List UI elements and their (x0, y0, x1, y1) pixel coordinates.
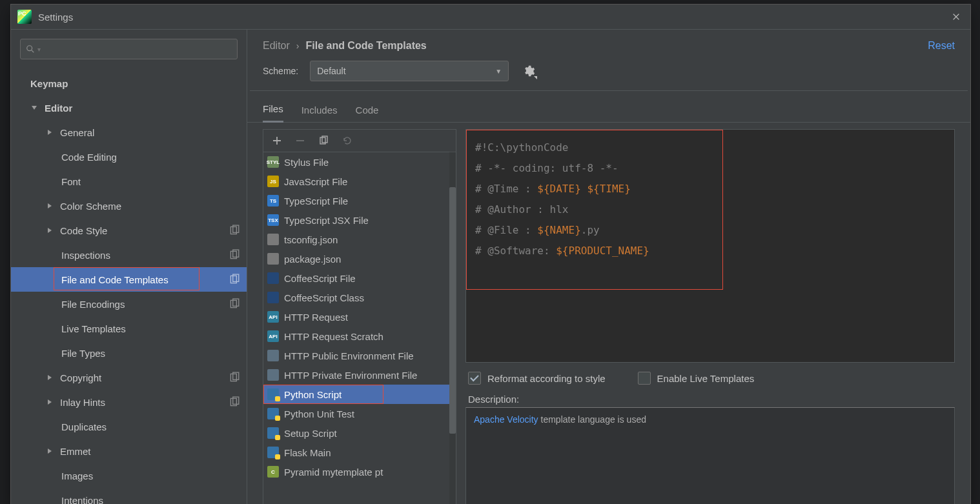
template-item-package-json[interactable]: package.json (263, 249, 456, 268)
sidebar-item-label: Live Templates (61, 323, 126, 334)
gear-icon[interactable] (522, 64, 536, 78)
search-input[interactable]: ▾ (20, 39, 238, 59)
sidebar-item-label: Editor (45, 103, 72, 114)
sidebar-item-label: Emmet (60, 446, 91, 457)
template-item-label: HTTP Private Environment File (284, 370, 417, 381)
add-button[interactable] (270, 134, 284, 148)
template-item-coffeescript-file[interactable]: CoffeeScript File (263, 268, 456, 288)
file-type-py-icon (267, 408, 279, 419)
template-item-label: Pyramid mytemplate pt (284, 467, 383, 478)
sidebar-item-images[interactable]: Images (11, 463, 247, 488)
sidebar-item-label: File and Code Templates (61, 274, 168, 285)
chevron-right-icon (45, 397, 55, 407)
tab-includes[interactable]: Includes (301, 105, 338, 122)
file-type-http-icon (267, 369, 279, 381)
sidebar-item-inspections[interactable]: Inspections (11, 243, 247, 267)
sidebar-item-file-encodings[interactable]: File Encodings (11, 292, 247, 316)
sidebar-item-copyright[interactable]: Copyright (11, 365, 247, 390)
template-item-label: Python Unit Test (284, 408, 354, 419)
template-item-http-request-scratch[interactable]: APIHTTP Request Scratch (263, 327, 456, 346)
template-item-label: Setup Script (284, 428, 337, 439)
template-item-http-request[interactable]: APIHTTP Request (263, 307, 456, 327)
sidebar-item-file-types[interactable]: File Types (11, 341, 247, 365)
sidebar-item-general[interactable]: General (11, 120, 247, 145)
sidebar-item-inlay-hints[interactable]: Inlay Hints (11, 390, 247, 414)
remove-button[interactable] (293, 134, 307, 148)
file-type-js-icon: JS (267, 176, 279, 187)
template-item-http-public-environment-file[interactable]: HTTP Public Environment File (263, 346, 456, 365)
template-item-label: tsconfig.json (284, 234, 338, 245)
sidebar-item-label: File Encodings (61, 299, 125, 310)
template-item-stylus-file[interactable]: STYLStylus File (263, 152, 456, 172)
template-item-label: HTTP Request (284, 312, 348, 323)
template-editor[interactable]: #!C:\pythonCode # -*- coding: utf-8 -*- … (465, 129, 955, 363)
file-type-py-icon (267, 427, 279, 439)
template-item-label: Stylus File (284, 157, 329, 168)
template-item-javascript-file[interactable]: JSJavaScript File (263, 172, 456, 191)
settings-tree[interactable]: KeymapEditorGeneralCode EditingFontColor… (11, 66, 247, 504)
scheme-value: Default (317, 66, 345, 76)
sidebar-item-label: Keymap (30, 78, 68, 89)
tab-code[interactable]: Code (356, 105, 379, 122)
reformat-checkbox[interactable]: Reformat according to style (468, 372, 606, 385)
chevron-right-icon (45, 446, 55, 456)
sidebar-item-label: Intentions (61, 495, 103, 505)
template-item-coffeescript-class[interactable]: CoffeeScript Class (263, 288, 456, 307)
svg-point-0 (27, 46, 32, 51)
sidebar-item-emmet[interactable]: Emmet (11, 439, 247, 463)
chevron-right-icon (45, 127, 55, 137)
template-item-label: CoffeeScript File (284, 273, 356, 284)
app-icon (17, 10, 32, 24)
sidebar-item-keymap[interactable]: Keymap (11, 71, 247, 96)
template-item-python-unit-test[interactable]: Python Unit Test (263, 404, 456, 423)
sidebar-item-label: Copyright (60, 372, 101, 383)
reset-button[interactable]: Reset (928, 40, 955, 52)
template-item-flask-main[interactable]: Flask Main (263, 443, 456, 462)
sidebar-item-code-editing[interactable]: Code Editing (11, 145, 247, 169)
sidebar-item-file-and-code-templates[interactable]: File and Code Templates (11, 267, 247, 292)
sidebar-item-editor[interactable]: Editor (11, 96, 247, 120)
file-type-coffee-icon (267, 272, 279, 284)
live-templates-checkbox[interactable]: Enable Live Templates (638, 372, 755, 385)
revert-button[interactable] (340, 134, 354, 148)
sidebar-item-label: Inlay Hints (60, 397, 105, 408)
sidebar-item-label: General (60, 127, 94, 138)
sidebar-item-intentions[interactable]: Intentions (11, 488, 247, 504)
sidebar-item-font[interactable]: Font (11, 169, 247, 194)
template-item-label: Python Script (284, 389, 342, 400)
template-item-setup-script[interactable]: Setup Script (263, 423, 456, 443)
template-scrollbar[interactable] (449, 152, 456, 504)
tab-files[interactable]: Files (263, 103, 283, 123)
scheme-select[interactable]: Default ▼ (310, 61, 509, 81)
apache-velocity-link[interactable]: Apache Velocity (474, 414, 538, 425)
description-label: Description: (465, 387, 955, 407)
template-item-pyramid-mytemplate-pt[interactable]: CPyramid mytemplate pt (263, 462, 456, 481)
chevron-right-icon (45, 372, 55, 383)
close-icon[interactable] (948, 9, 964, 25)
sidebar-item-label: Duplicates (61, 421, 107, 432)
sidebar-item-color-scheme[interactable]: Color Scheme (11, 194, 247, 218)
template-toolbar (263, 130, 456, 152)
copy-button[interactable] (316, 134, 331, 148)
template-item-typescript-jsx-file[interactable]: TSXTypeScript JSX File (263, 210, 456, 230)
template-item-typescript-file[interactable]: TSTypeScript File (263, 191, 456, 210)
file-type-api-icon: API (267, 330, 279, 342)
sidebar-item-code-style[interactable]: Code Style (11, 218, 247, 243)
template-tabs: FilesIncludesCode (247, 91, 970, 123)
sidebar-item-label: Code Editing (61, 152, 117, 163)
template-item-python-script[interactable]: Python Script (263, 385, 456, 404)
titlebar: Settings (11, 5, 970, 30)
template-item-label: TypeScript File (284, 196, 348, 207)
sidebar-item-live-templates[interactable]: Live Templates (11, 316, 247, 341)
file-type-coffee-icon (267, 292, 279, 303)
sidebar-item-label: Font (61, 176, 81, 187)
template-list[interactable]: STYLStylus FileJSJavaScript FileTSTypeSc… (263, 152, 456, 504)
template-item-tsconfig-json[interactable]: tsconfig.json (263, 230, 456, 249)
breadcrumb-root[interactable]: Editor (263, 40, 290, 52)
file-type-http-icon (267, 350, 279, 361)
sidebar-item-label: File Types (61, 348, 105, 359)
scheme-label: Scheme: (263, 66, 298, 76)
sidebar-item-label: Color Scheme (60, 201, 121, 212)
template-item-http-private-environment-file[interactable]: HTTP Private Environment File (263, 365, 456, 385)
sidebar-item-duplicates[interactable]: Duplicates (11, 414, 247, 439)
